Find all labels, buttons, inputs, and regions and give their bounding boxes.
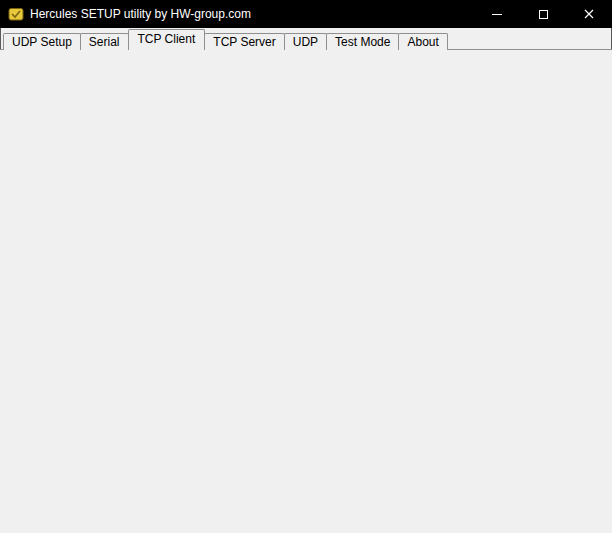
tab-about[interactable]: About xyxy=(398,33,447,50)
tab-udp[interactable]: UDP xyxy=(284,33,327,50)
app-icon xyxy=(8,6,24,22)
close-button[interactable] xyxy=(566,0,612,28)
window-controls xyxy=(474,0,612,28)
minimize-button[interactable] xyxy=(474,0,520,28)
tab-tcp-server[interactable]: TCP Server xyxy=(204,33,284,50)
window-title: Hercules SETUP utility by HW-group.com xyxy=(30,7,251,21)
tab-udp-setup[interactable]: UDP Setup xyxy=(3,33,81,50)
maximize-button[interactable] xyxy=(520,0,566,28)
titlebar: Hercules SETUP utility by HW-group.com xyxy=(0,0,612,28)
minimize-icon xyxy=(492,14,502,15)
tab-page xyxy=(0,49,612,533)
tab-test-mode[interactable]: Test Mode xyxy=(326,33,399,50)
tab-tcp-client[interactable]: TCP Client xyxy=(128,29,206,50)
close-icon xyxy=(584,9,594,19)
tab-bar: UDP Setup Serial TCP Client TCP Server U… xyxy=(3,29,447,50)
tab-serial[interactable]: Serial xyxy=(80,33,129,50)
maximize-icon xyxy=(539,10,548,19)
